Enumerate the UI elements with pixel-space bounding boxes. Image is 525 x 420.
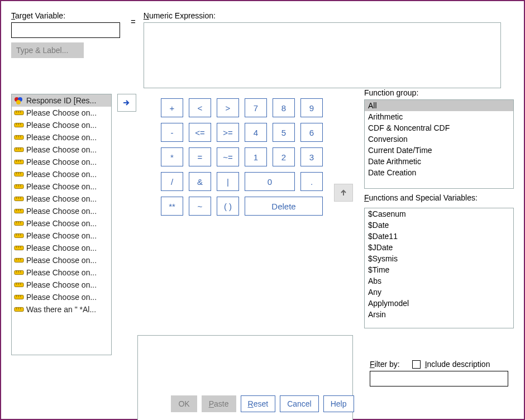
function-item[interactable]: $Date11 [365,231,513,242]
variable-item[interactable]: Please Choose on... [12,205,111,217]
svg-rect-55 [15,270,23,274]
scale-icon [14,219,24,227]
variable-item[interactable]: Please Choose on... [12,217,111,230]
variable-label: Please Choose on... [26,256,97,265]
keypad-9-button[interactable]: 9 [300,98,323,117]
scale-icon [14,170,24,178]
function-group-item[interactable]: Conversion [365,133,513,145]
scale-icon [14,183,24,190]
operator-keypad: +<>789-<=>=456*=~=123/&|0.**~( )Delete [161,98,323,328]
function-item[interactable]: Abs [365,275,513,287]
variable-item[interactable]: Please Choose on... [12,180,111,193]
keypad--button[interactable]: ~ [189,197,211,216]
variable-item[interactable]: Was there an " *Al... [12,303,111,316]
keypad--button[interactable]: = [189,147,211,166]
function-item[interactable]: $Time [365,264,513,275]
function-group-item[interactable]: Current Date/Time [365,145,513,156]
variable-label: Please Choose on... [26,244,97,252]
variable-item[interactable]: Please Choose on... [12,291,111,303]
function-item[interactable]: $Sysmis [365,253,513,264]
function-item[interactable]: $Casenum [365,208,513,219]
keypad--button[interactable]: ~= [217,147,239,166]
help-button[interactable]: Help [323,395,354,412]
keypad-1-button[interactable]: 1 [245,147,267,166]
function-item[interactable]: $JDate [365,242,513,253]
variable-label: Please Choose on... [26,293,97,302]
keypad--button[interactable]: <= [189,123,211,142]
variable-item[interactable]: Please Choose on... [12,193,111,205]
variable-label: Please Choose on... [26,157,97,166]
variable-item[interactable]: Please Choose on... [12,119,111,131]
function-group-item[interactable]: Arithmetic [365,111,513,122]
function-item[interactable]: Arsin [365,309,513,320]
scale-icon [14,244,24,252]
variable-label: Response ID [Res... [26,96,96,105]
keypad--button[interactable]: >= [217,123,239,142]
numeric-expression-input[interactable] [144,22,501,88]
variable-item[interactable]: Please Choose on... [12,156,111,168]
svg-rect-23 [15,172,23,176]
svg-rect-39 [15,221,23,225]
variable-item[interactable]: Please Choose on... [12,107,111,119]
keypad--button[interactable]: ( ) [217,197,239,216]
keypad-8-button[interactable]: 8 [273,98,295,117]
function-group-label: Function group: [364,88,514,97]
scale-icon [14,133,24,141]
function-group-item[interactable]: Date Creation [365,167,513,178]
scale-icon [14,146,24,154]
variable-item[interactable]: Please Choose on... [12,279,111,291]
variable-label: Please Choose on... [26,207,97,216]
keypad-delete-button[interactable]: Delete [245,197,323,216]
variable-item[interactable]: Response ID [Res... [12,94,111,107]
keypad-3-button[interactable]: 3 [300,147,323,166]
keypad--button[interactable]: < [189,98,211,117]
keypad-5-button[interactable]: 5 [273,123,295,142]
function-item[interactable]: $Date [365,219,513,231]
functions-label: Functions and Special Variables: [364,193,514,202]
keypad--button[interactable]: ** [161,197,183,216]
numeric-expression-label: Numeric Expression: [144,11,514,20]
function-group-list[interactable]: AllArithmeticCDF & Noncentral CDFConvers… [364,99,514,189]
variable-item[interactable]: Please Choose on... [12,144,111,156]
cancel-button[interactable]: Cancel [280,395,319,412]
variable-label: Please Choose on... [26,133,97,142]
keypad--button[interactable]: + [161,98,183,117]
function-group-item[interactable]: Date Arithmetic [365,156,513,167]
function-group-item[interactable]: CDF & Noncentral CDF [365,122,513,133]
keypad--button[interactable]: . [300,172,323,191]
function-item[interactable]: Any [365,287,513,298]
target-variable-input[interactable] [11,22,120,38]
function-item[interactable]: Applymodel [365,298,513,309]
keypad-6-button[interactable]: 6 [300,123,323,142]
variable-label: Was there an " *Al... [26,305,96,314]
functions-list[interactable]: $Casenum$Date$Date11$JDate$Sysmis$TimeAb… [364,208,514,328]
keypad-4-button[interactable]: 4 [245,123,267,142]
keypad-2-button[interactable]: 2 [273,147,295,166]
keypad-7-button[interactable]: 7 [245,98,267,117]
svg-rect-59 [15,283,23,287]
move-to-expression-button[interactable] [117,94,136,112]
svg-rect-51 [15,258,23,262]
keypad--button[interactable]: / [161,172,183,191]
variable-item[interactable]: Please Choose on... [12,254,111,266]
variable-item[interactable]: Please Choose on... [12,168,111,180]
keypad--button[interactable]: * [161,147,183,166]
variable-item[interactable]: Please Choose on... [12,131,111,144]
variable-item[interactable]: Please Choose on... [12,230,111,242]
scale-icon [14,256,24,264]
keypad-0-button[interactable]: 0 [245,172,295,191]
variable-list[interactable]: Response ID [Res...Please Choose on...Pl… [11,94,112,355]
keypad--button[interactable]: & [189,172,211,191]
scale-icon [14,195,24,203]
variable-item[interactable]: Please Choose on... [12,242,111,254]
filter-by-input[interactable] [370,371,508,386]
reset-button[interactable]: Reset [241,395,276,412]
keypad--button[interactable]: | [217,172,239,191]
keypad--button[interactable]: - [161,123,183,142]
svg-rect-67 [15,307,23,311]
function-group-item[interactable]: All [365,100,513,111]
insert-function-button [334,184,353,202]
variable-item[interactable]: Please Choose on... [12,266,111,279]
keypad--button[interactable]: > [217,98,239,117]
include-description-checkbox[interactable] [412,360,421,369]
